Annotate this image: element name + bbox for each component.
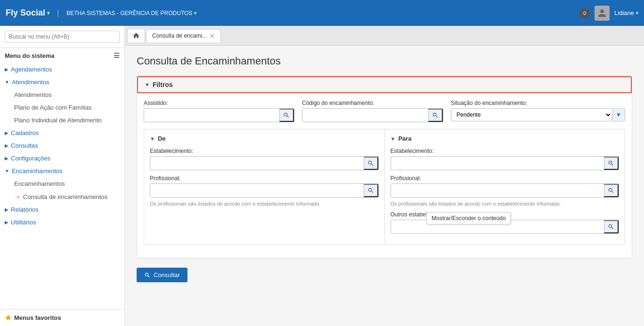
tab-home[interactable] bbox=[127, 29, 145, 42]
consult-icon bbox=[144, 272, 151, 278]
search-icon bbox=[432, 112, 439, 119]
field-assistido: Assistido: bbox=[144, 100, 294, 122]
para-header[interactable]: ▼ Para bbox=[391, 135, 620, 142]
sidebar-item-consulta-encaminhamentos[interactable]: Consulta de encaminhamentos bbox=[23, 193, 107, 200]
arrow-icon: ▶ bbox=[5, 220, 8, 225]
sidebar-collapse-icon[interactable]: ☰ bbox=[114, 52, 120, 59]
page-title: Consulta de Encaminhamentos bbox=[137, 55, 632, 67]
assistido-input[interactable] bbox=[144, 110, 279, 121]
codigo-input[interactable] bbox=[302, 110, 428, 121]
assistido-label: Assistido: bbox=[144, 100, 294, 106]
situacao-label: Situação do encaminhamento: bbox=[451, 100, 625, 106]
arrow-icon: ▶ bbox=[5, 67, 8, 72]
de-estabelecimento-label: Estabelecimento: bbox=[150, 148, 379, 154]
favorites-section: ★ Menus favoritos bbox=[0, 309, 124, 326]
assistido-input-wrapper bbox=[144, 108, 294, 122]
top-nav-right: 0 Lidiane ▾ bbox=[579, 6, 638, 21]
arrow-icon: ▶ bbox=[5, 207, 8, 212]
sidebar-item-configuracoes[interactable]: ▶ Configurações bbox=[0, 152, 124, 165]
de-header[interactable]: ▼ De bbox=[150, 135, 379, 142]
para-estabelecimento-field: Estabelecimento: bbox=[391, 148, 620, 170]
de-label: De bbox=[158, 135, 166, 142]
menu-title: Menu do sistema ☰ bbox=[0, 48, 124, 63]
field-situacao: Situação do encaminhamento: Pendente Tod… bbox=[451, 100, 625, 121]
search-icon bbox=[367, 160, 374, 167]
situacao-select[interactable]: Pendente Todos Ativo Inativo bbox=[451, 109, 612, 121]
tooltip-bubble: Mostrar/Esconder o conteúdo bbox=[426, 212, 511, 224]
de-profissional-search-button[interactable] bbox=[364, 184, 378, 197]
de-profissional-label: Profissional: bbox=[150, 175, 379, 182]
para-profissional-search-button[interactable] bbox=[604, 184, 619, 197]
de-estabelecimento-input-wrapper bbox=[150, 156, 379, 170]
sidebar-item-encaminhamentos-sub[interactable]: Encaminhamentos bbox=[9, 177, 124, 190]
assistido-search-button[interactable] bbox=[279, 109, 294, 122]
para-estabelecimento-label: Estabelecimento: bbox=[391, 148, 620, 154]
codigo-input-wrapper bbox=[302, 108, 443, 122]
de-section: ▼ De Estabelecimento: bbox=[144, 129, 385, 244]
para-label: Para bbox=[398, 135, 411, 142]
star-icon: ★ bbox=[5, 313, 11, 322]
search-icon bbox=[367, 187, 374, 194]
de-arrow-icon: ▼ bbox=[150, 136, 155, 142]
brand-logo[interactable]: Fly Social ▾ bbox=[6, 8, 49, 18]
para-profissional-hint: Os profissionais são listados de acordo … bbox=[391, 201, 620, 207]
filter-header-label: Filtros bbox=[153, 81, 173, 88]
para-profissional-input[interactable] bbox=[391, 185, 604, 196]
search-input[interactable] bbox=[5, 31, 120, 43]
filter-section: ▼ Filtros Assistido: bbox=[137, 76, 632, 258]
tab-close-icon[interactable]: ✕ bbox=[210, 32, 215, 40]
sidebar-item-plano-acao[interactable]: Plano de Ação com Famílias bbox=[9, 101, 124, 114]
para-estabelecimento-input[interactable] bbox=[391, 158, 604, 169]
sidebar-item-atendimentos[interactable]: ▼ Atendimentos bbox=[0, 76, 124, 88]
sidebar-item-encaminhamentos[interactable]: ▼ Encaminhamentos bbox=[0, 165, 124, 177]
search-icon bbox=[608, 187, 614, 194]
sidebar-item-utilitarios[interactable]: ▶ Utilitários bbox=[0, 216, 124, 229]
sidebar-item-relatorios[interactable]: ▶ Relatórios bbox=[0, 203, 124, 216]
user-avatar bbox=[595, 6, 610, 21]
codigo-search-button[interactable] bbox=[428, 109, 443, 122]
de-profissional-field: Profissional: Os profissionais são lista… bbox=[150, 175, 379, 207]
top-nav: Fly Social ▾ | BETHA SISTEMAS - GERÊNCIA… bbox=[0, 0, 644, 26]
layout: Menu do sistema ☰ ▶ Agendamentos ▼ Atend… bbox=[0, 26, 644, 326]
para-estabelecimento-search-button[interactable] bbox=[604, 157, 619, 170]
search-icon bbox=[608, 160, 614, 167]
codigo-label: Código do encaminhamento: bbox=[302, 100, 443, 106]
current-arrow-icon: → bbox=[14, 193, 21, 200]
system-label[interactable]: BETHA SISTEMAS - GERÊNCIA DE PRODUTOS ▾ bbox=[66, 10, 196, 16]
de-estabelecimento-input[interactable] bbox=[150, 158, 364, 169]
sidebar: Menu do sistema ☰ ▶ Agendamentos ▼ Atend… bbox=[0, 26, 125, 326]
sidebar-item-atendimentos-sub[interactable]: Atendimentos bbox=[9, 88, 124, 101]
sidebar-current-item: → Consulta de encaminhamentos bbox=[9, 190, 124, 203]
filter-arrow-icon: ▼ bbox=[145, 82, 150, 87]
de-profissional-input[interactable] bbox=[150, 185, 364, 196]
filter-row-1: Assistido: Código do encaminhamento: bbox=[144, 100, 625, 122]
sidebar-search-area bbox=[0, 26, 124, 48]
para-profissional-input-wrapper bbox=[391, 183, 620, 198]
atendimentos-submenu: Atendimentos Plano de Ação com Famílias … bbox=[0, 88, 124, 127]
de-estabelecimento-field: Estabelecimento: bbox=[150, 148, 379, 170]
search-icon bbox=[608, 223, 614, 230]
de-profissional-hint: Os profissionais são listados de acordo … bbox=[150, 201, 379, 207]
tab-consulta-encaminhamentos[interactable]: Consulta de encami... ✕ bbox=[146, 29, 221, 42]
arrow-icon: ▶ bbox=[5, 130, 8, 135]
para-profissional-field: Profissional: Os profissionais são lista… bbox=[391, 175, 620, 207]
arrow-icon: ▶ bbox=[5, 156, 8, 161]
select-arrow-icon: ▼ bbox=[612, 109, 625, 120]
arrow-icon: ▶ bbox=[5, 143, 8, 148]
para-section: ▼ Para Estabelecimento: bbox=[385, 129, 625, 244]
para-outros-search-button[interactable] bbox=[604, 220, 619, 233]
sidebar-item-cadastros[interactable]: ▶ Cadastros bbox=[0, 127, 124, 139]
arrow-icon: ▼ bbox=[5, 168, 9, 174]
de-estabelecimento-search-button[interactable] bbox=[364, 157, 378, 170]
arrow-icon: ▼ bbox=[5, 80, 9, 85]
nav-divider: | bbox=[57, 9, 59, 17]
sidebar-item-agendamentos[interactable]: ▶ Agendamentos bbox=[0, 63, 124, 76]
sidebar-item-consultas[interactable]: ▶ Consultas bbox=[0, 139, 124, 152]
filter-header[interactable]: ▼ Filtros bbox=[137, 76, 632, 93]
para-arrow-icon: ▼ bbox=[391, 136, 396, 142]
sidebar-item-plano-individual[interactable]: Plano Individual de Atendimento bbox=[9, 114, 124, 127]
consult-button[interactable]: Consultar bbox=[137, 268, 187, 282]
main-content: Consulta de encami... ✕ Consulta de Enca… bbox=[125, 26, 644, 326]
notification-badge[interactable]: 0 bbox=[579, 8, 590, 18]
user-name[interactable]: Lidiane ▾ bbox=[614, 9, 638, 16]
